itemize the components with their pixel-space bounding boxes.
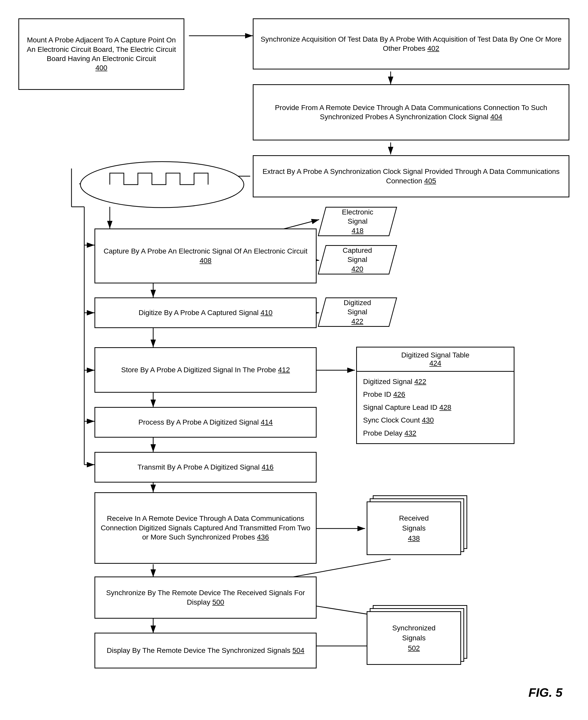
- provide-sync-box: Provide From A Remote Device Through A D…: [253, 84, 569, 141]
- table-row: Probe ID 426: [363, 388, 508, 401]
- transmit-signal-box: Transmit By A Probe A Digitized Signal 4…: [94, 452, 317, 483]
- transmit-signal-number: 416: [262, 463, 274, 471]
- provide-sync-label: Provide From A Remote Device Through A D…: [275, 104, 547, 121]
- process-signal-box: Process By A Probe A Digitized Signal 41…: [94, 407, 317, 438]
- diagram-container: Mount A Probe Adjacent To A Capture Poin…: [0, 0, 588, 720]
- table-number: 424: [429, 359, 441, 367]
- display-signals-number: 504: [292, 647, 304, 654]
- captured-signal-label: CapturedSignal: [343, 246, 372, 264]
- synchronize-display-number: 500: [212, 598, 224, 606]
- mount-probe-number: 400: [96, 64, 107, 72]
- table-row: Signal Capture Lead ID 428: [363, 401, 508, 414]
- synchronized-signals-label: SynchronizedSignals: [392, 623, 436, 643]
- store-signal-label: Store By A Probe A Digitized Signal In T…: [121, 366, 276, 374]
- receive-signal-box: Receive In A Remote Device Through A Dat…: [94, 492, 317, 564]
- extract-sync-label: Extract By A Probe A Synchronization Clo…: [262, 168, 560, 185]
- process-signal-label: Process By A Probe A Digitized Signal: [139, 418, 259, 426]
- capture-signal-box: Capture By A Probe An Electronic Signal …: [94, 229, 317, 283]
- received-signals-number: 438: [408, 534, 420, 542]
- display-signals-label: Display By The Remote Device The Synchro…: [107, 647, 291, 654]
- digitized-signal-label: DigitizedSignal: [344, 298, 371, 317]
- electronic-signal-para: ElectronicSignal 418: [318, 207, 397, 236]
- digitized-signal-table: Digitized Signal Table 424 Digitized Sig…: [356, 347, 514, 444]
- table-row: Digitized Signal 422: [363, 375, 508, 388]
- transmit-signal-label: Transmit By A Probe A Digitized Signal: [138, 463, 260, 471]
- mount-probe-box: Mount A Probe Adjacent To A Capture Poin…: [18, 18, 184, 90]
- capture-signal-number: 408: [200, 257, 212, 264]
- synchronize-display-label: Synchronize By The Remote Device The Rec…: [106, 589, 305, 606]
- capture-signal-label: Capture By A Probe An Electronic Signal …: [104, 247, 308, 255]
- digitized-signal-number: 422: [352, 317, 363, 325]
- digitize-signal-number: 410: [261, 309, 273, 317]
- sync-acquisition-label: Synchronize Acquisition Of Test Data By …: [261, 35, 562, 52]
- extract-sync-number: 405: [424, 177, 436, 185]
- table-row: Sync Clock Count 430: [363, 414, 508, 427]
- electronic-signal-number: 418: [352, 227, 363, 235]
- sync-acquisition-box: Synchronize Acquisition Of Test Data By …: [253, 18, 569, 69]
- digitized-signal-para: DigitizedSignal 422: [318, 297, 397, 327]
- process-signal-number: 414: [261, 418, 273, 426]
- figure-label: FIG. 5: [528, 685, 563, 700]
- display-signals-box: Display By The Remote Device The Synchro…: [94, 633, 317, 669]
- synchronized-signals-stack: SynchronizedSignals 502: [365, 605, 467, 666]
- store-signal-number: 412: [278, 366, 290, 374]
- captured-signal-para: CapturedSignal 420: [318, 245, 397, 274]
- provide-sync-number: 404: [490, 113, 502, 121]
- sync-acquisition-number: 402: [427, 44, 439, 52]
- extract-sync-box: Extract By A Probe A Synchronization Clo…: [253, 155, 569, 197]
- captured-signal-number: 420: [352, 265, 363, 273]
- digitize-signal-box: Digitize By A Probe A Captured Signal 41…: [94, 297, 317, 328]
- mount-probe-label: Mount A Probe Adjacent To A Capture Poin…: [27, 36, 176, 63]
- receive-signal-number: 436: [257, 533, 269, 541]
- synchronized-signals-number: 502: [408, 644, 420, 652]
- received-signals-stack: ReceivedSignals 438: [365, 495, 467, 557]
- received-signals-label: ReceivedSignals: [399, 513, 429, 533]
- waveform-svg: [79, 160, 245, 209]
- waveform-oval: [79, 160, 245, 209]
- store-signal-box: Store By A Probe A Digitized Signal In T…: [94, 347, 317, 393]
- electronic-signal-label: ElectronicSignal: [342, 208, 373, 226]
- digitize-signal-label: Digitize By A Probe A Captured Signal: [139, 309, 259, 317]
- table-row: Probe Delay 432: [363, 427, 508, 440]
- receive-signal-label: Receive In A Remote Device Through A Dat…: [101, 514, 310, 541]
- table-title: Digitized Signal Table: [401, 351, 469, 359]
- synchronize-display-box: Synchronize By The Remote Device The Rec…: [94, 576, 317, 619]
